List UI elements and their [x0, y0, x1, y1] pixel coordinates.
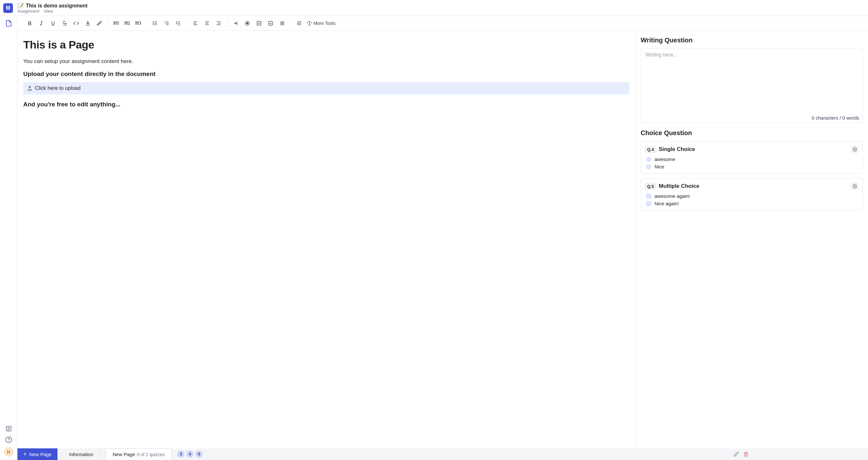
page-badges: 3 4 5 [177, 451, 203, 458]
svg-line-43 [280, 21, 281, 22]
svg-line-8 [41, 21, 42, 25]
editor-toolbar: H1 H2 H3 12 [18, 16, 868, 31]
record-button[interactable] [243, 19, 252, 28]
trash-icon[interactable] [743, 452, 748, 457]
help-icon[interactable] [5, 436, 12, 443]
edit-heading[interactable]: And you're free to edit anything... [23, 101, 629, 108]
numbered-list-button[interactable]: 12 [162, 19, 171, 28]
question-panel: Writing Question 0 characters / 0 words … [636, 31, 868, 448]
title-block: 📝 This is demo assignment Assignment Vie… [18, 3, 88, 13]
option-label: Nice [655, 164, 664, 169]
new-page-button[interactable]: + New Page [18, 448, 58, 460]
italic-button[interactable] [37, 19, 46, 28]
plus-icon: + [23, 451, 27, 457]
tab-quiz-count: 0 of 2 quizzes [137, 452, 165, 457]
app-logo[interactable]: M [3, 3, 13, 13]
upload-icon [27, 86, 32, 91]
single-choice-card: Q.4 Single Choice awesome Nice [641, 141, 863, 174]
svg-point-13 [153, 21, 154, 22]
option-label: awesome again! [655, 193, 690, 199]
choice-question-title: Choice Question [641, 129, 863, 137]
single-choice-title: Single Choice [659, 146, 695, 152]
tab-new-page[interactable]: New Page 0 of 2 quizzes [105, 448, 173, 460]
writing-box: 0 characters / 0 words [641, 49, 863, 123]
svg-point-49 [854, 149, 856, 150]
upload-label: Click here to upload [35, 85, 81, 91]
checkbox-insert-button[interactable] [254, 19, 264, 28]
upload-button[interactable]: Click here to upload [23, 82, 629, 94]
edit-icon[interactable] [734, 452, 739, 457]
intro-paragraph[interactable]: You can setup your assignment content he… [23, 58, 629, 65]
bold-button[interactable] [25, 19, 34, 28]
more-tools-label: More Tools [314, 21, 336, 26]
check-list-button[interactable] [174, 19, 183, 28]
h1-button[interactable]: H1 [112, 19, 120, 28]
code-button[interactable] [72, 19, 81, 28]
writing-counter: 0 characters / 0 words [641, 113, 863, 122]
highlight-button[interactable] [95, 19, 104, 28]
svg-text:2: 2 [164, 22, 165, 24]
tab-information[interactable]: Information [62, 448, 101, 460]
h2-button[interactable]: H2 [123, 19, 131, 28]
list-icon[interactable] [5, 425, 12, 432]
app-header: M 📝 This is demo assignment Assignment V… [0, 0, 868, 16]
choice-option[interactable]: Nice again! [646, 201, 859, 206]
svg-rect-39 [269, 21, 273, 25]
gear-icon[interactable] [851, 182, 859, 190]
indent-button[interactable] [295, 19, 304, 28]
insert-response-button[interactable] [231, 19, 240, 28]
svg-point-14 [153, 23, 154, 24]
page-badge[interactable]: 4 [186, 451, 193, 458]
svg-point-48 [309, 23, 310, 24]
footer-bar: + New Page Information New Page 0 of 2 q… [18, 448, 868, 460]
radio-icon [646, 157, 651, 162]
align-left-button[interactable] [191, 19, 200, 28]
dropdown-insert-button[interactable] [266, 19, 275, 28]
new-page-label: New Page [29, 452, 52, 457]
h3-button[interactable]: H3 [134, 19, 143, 28]
menu-view[interactable]: View [44, 9, 53, 13]
page-icon[interactable] [5, 20, 12, 27]
question-badge: Q.5 [645, 183, 656, 190]
upload-heading[interactable]: Upload your content directly in the docu… [23, 70, 629, 78]
question-badge: Q.4 [645, 146, 656, 152]
svg-point-37 [246, 22, 248, 24]
choice-option[interactable]: Nice [646, 164, 859, 169]
assignment-title[interactable]: This is demo assignment [26, 3, 88, 9]
bullet-list-button[interactable] [151, 19, 159, 28]
writing-textarea[interactable] [646, 52, 858, 110]
choice-option[interactable]: awesome [646, 156, 859, 162]
menu-assignment[interactable]: Assignment [18, 9, 39, 13]
radio-icon [646, 164, 651, 169]
underline-button[interactable] [49, 19, 58, 28]
svg-line-44 [283, 24, 284, 25]
svg-point-50 [854, 185, 856, 187]
checkbox-icon [646, 194, 651, 199]
checkbox-icon [646, 201, 651, 206]
page-badge[interactable]: 3 [177, 451, 184, 458]
more-tools-button[interactable]: More Tools [306, 20, 336, 26]
page-title[interactable]: This is a Page [23, 38, 629, 51]
svg-point-5 [8, 441, 9, 441]
svg-rect-38 [257, 21, 261, 25]
strikethrough-button[interactable] [60, 19, 69, 28]
hatch-button[interactable] [278, 19, 287, 28]
tab-label: New Page [113, 452, 135, 457]
text-color-button[interactable] [83, 19, 92, 28]
writing-question-title: Writing Question [641, 36, 863, 44]
page-badge[interactable]: 5 [195, 451, 203, 458]
svg-point-15 [153, 24, 154, 25]
multiple-choice-card: Q.5 Multiple Choice awesome again! Nice … [641, 178, 863, 210]
user-avatar[interactable]: H [4, 447, 13, 457]
title-emoji-icon: 📝 [18, 3, 24, 9]
option-label: awesome [655, 156, 675, 162]
multiple-choice-title: Multiple Choice [659, 183, 700, 190]
choice-option[interactable]: awesome again! [646, 193, 859, 199]
left-sidebar: H [0, 16, 18, 460]
align-center-button[interactable] [203, 19, 212, 28]
option-label: Nice again! [655, 201, 679, 206]
editor-pane[interactable]: This is a Page You can setup your assign… [18, 31, 636, 448]
align-right-button[interactable] [214, 19, 223, 28]
gear-icon[interactable] [851, 145, 859, 153]
